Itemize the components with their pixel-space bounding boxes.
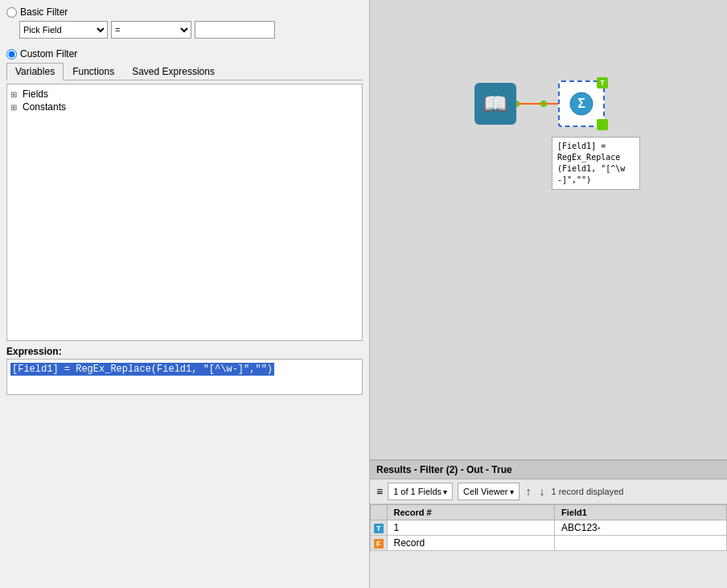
cell-record-number: 1 — [387, 520, 555, 536]
tree-panel: ⊞ Fields ⊞ Constants — [6, 84, 363, 341]
tabs-row: Variables Functions Saved Expressions — [6, 63, 363, 80]
row-icon-t: T — [371, 520, 388, 536]
fields-count-label: 1 of 1 Fields — [393, 487, 442, 496]
node-formula[interactable]: Σ T [Field1] =RegEx_Replace(Field1, "[^\… — [558, 80, 605, 127]
cell-record-label: Record — [387, 536, 555, 551]
results-toolbar: ≡ 1 of 1 Fields ▾ Cell Viewer ▾ ↑ ↓ 1 re… — [370, 479, 727, 504]
canvas-area[interactable]: 📖 Σ T [Field1] =RegEx_Rep — [370, 0, 727, 459]
expand-icon-constants: ⊞ — [10, 103, 20, 112]
custom-filter-label: Custom Filter — [20, 48, 77, 60]
formula-icon: Σ — [569, 91, 594, 117]
tab-saved-expressions[interactable]: Saved Expressions — [123, 63, 224, 80]
left-panel: Basic Filter Pick Field = Custom Filter … — [0, 0, 370, 588]
operator-select[interactable]: = — [111, 21, 191, 39]
tooltip-text: [Field1] =RegEx_Replace(Field1, "[^\w-]"… — [557, 142, 625, 184]
tree-item-fields[interactable]: ⊞ Fields — [10, 88, 359, 101]
row-t-badge: T — [374, 524, 384, 533]
table-row: T 1 ABC123- — [371, 520, 727, 536]
row-icon-f: F — [371, 536, 388, 551]
fields-dropdown-arrow: ▾ — [443, 487, 447, 496]
tree-item-constants[interactable]: ⊞ Constants — [10, 101, 359, 113]
right-panel: 📖 Σ T [Field1] =RegEx_Rep — [370, 0, 727, 588]
fields-list-icon: ≡ — [376, 485, 383, 498]
connector-section — [516, 101, 558, 107]
row-f-badge: F — [374, 539, 384, 549]
fields-count-button[interactable]: 1 of 1 Fields ▾ — [388, 483, 453, 500]
connector-line2 — [545, 103, 558, 105]
cell-field1: ABC123- — [555, 520, 727, 536]
cell-field1-empty — [555, 536, 727, 551]
results-table: Record # Field1 T 1 ABC123- F Record — [370, 504, 727, 551]
cell-viewer-label: Cell Viewer — [463, 487, 507, 496]
node-tooltip: [Field1] =RegEx_Replace(Field1, "[^\w-]"… — [552, 137, 640, 190]
basic-filter-label: Basic Filter — [20, 6, 68, 18]
custom-filter-label-row: Custom Filter — [6, 48, 363, 60]
sort-desc-button[interactable]: ↓ — [538, 485, 547, 498]
expression-text: [Field1] = RegEx_Replace(Field1, "[^\w-]… — [10, 363, 274, 376]
results-header: Results - Filter (2) - Out - True — [370, 461, 727, 479]
field-picker-select[interactable]: Pick Field — [19, 21, 108, 39]
node-badge-t: T — [597, 77, 608, 88]
svg-text:Σ: Σ — [577, 97, 585, 110]
basic-filter-section: Basic Filter Pick Field = — [6, 6, 363, 43]
connector-line — [518, 103, 542, 105]
node-book[interactable]: 📖 — [474, 83, 516, 125]
cell-viewer-arrow: ▾ — [510, 487, 514, 496]
table-header-record: Record # — [387, 505, 555, 520]
cell-viewer-button[interactable]: Cell Viewer ▾ — [458, 483, 519, 500]
table-header-icon-col — [371, 505, 388, 520]
expression-box[interactable]: [Field1] = RegEx_Replace(Field1, "[^\w-]… — [6, 359, 363, 395]
basic-filter-radio[interactable] — [6, 7, 17, 18]
filter-value-input[interactable] — [195, 21, 275, 39]
basic-filter-radio-row: Basic Filter — [6, 6, 363, 18]
tree-label-fields: Fields — [23, 88, 48, 100]
book-icon: 📖 — [483, 93, 507, 115]
table-row-f: F Record — [371, 536, 727, 551]
workflow-container: 📖 Σ T [Field1] =RegEx_Rep — [474, 80, 605, 127]
results-panel: Results - Filter (2) - Out - True ≡ 1 of… — [370, 459, 727, 588]
node-badge-green — [597, 119, 608, 130]
tab-functions[interactable]: Functions — [64, 63, 123, 80]
expression-label: Expression: — [6, 346, 363, 357]
sort-asc-button[interactable]: ↑ — [524, 485, 533, 498]
basic-filter-controls: Pick Field = — [6, 21, 363, 39]
tree-label-constants: Constants — [23, 101, 66, 113]
tab-variables[interactable]: Variables — [6, 63, 64, 80]
record-count: 1 record displayed — [552, 487, 624, 496]
table-header-field1: Field1 — [555, 505, 727, 520]
expand-icon-fields: ⊞ — [10, 90, 20, 99]
custom-filter-radio[interactable] — [6, 49, 17, 60]
